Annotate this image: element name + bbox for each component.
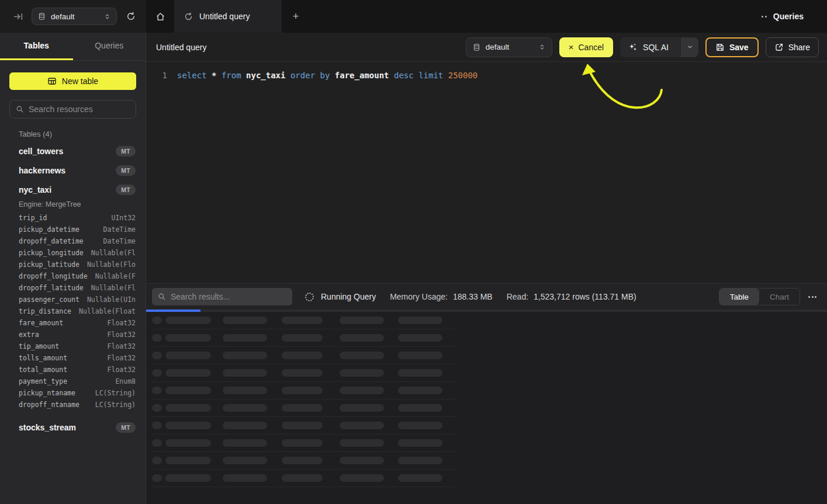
results-menu-button[interactable]	[807, 294, 818, 300]
column-row[interactable]: pickup_ntanameLC(String)	[0, 387, 146, 399]
skeleton-cell	[152, 387, 162, 394]
database-selector-toolbar[interactable]: default	[466, 37, 552, 57]
sql-token: 250000	[448, 71, 478, 80]
sidebar: Tables Queries New table Tables (4) cell…	[0, 33, 146, 504]
sql-token: select	[177, 71, 207, 80]
view-toggle-table[interactable]: Table	[719, 289, 759, 305]
column-row[interactable]: dropoff_longitudeNullable(F	[0, 270, 146, 282]
skeleton-cell	[398, 422, 442, 429]
skeleton-cell	[398, 334, 442, 342]
tab-untitled-query[interactable]: Untitled query	[174, 0, 282, 33]
column-name: total_amount	[19, 366, 67, 374]
skeleton-cell	[165, 387, 211, 394]
column-type: Nullable(Fl	[91, 284, 136, 292]
column-row[interactable]: pickup_latitudeNullable(Flo	[0, 259, 146, 270]
table-engine-label: Engine: MergeTree	[0, 199, 146, 211]
table-row[interactable]: hackernewsMT	[0, 161, 146, 180]
sidebar-tab-label: Tables	[24, 41, 49, 50]
skeleton-cell	[282, 387, 323, 394]
column-row[interactable]: trip_idUInt32	[0, 212, 146, 224]
skeleton-cell	[340, 439, 384, 447]
skeleton-cell	[398, 369, 442, 377]
skeleton-cell	[340, 317, 384, 324]
column-type: Nullable(Float	[79, 307, 136, 315]
skeleton-cell	[165, 334, 211, 342]
column-row[interactable]: dropoff_datetimeDateTime	[0, 235, 146, 247]
column-row[interactable]: tolls_amountFloat32	[0, 352, 146, 364]
sidebar-tab-label: Queries	[95, 41, 123, 50]
column-row[interactable]: pickup_longitudeNullable(Fl	[0, 247, 146, 259]
close-icon: ×	[569, 43, 574, 51]
new-table-button[interactable]: New table	[9, 72, 136, 90]
sql-token: limit	[418, 71, 443, 80]
column-name: dropoff_datetime	[19, 237, 84, 245]
tab-label: Untitled query	[199, 12, 250, 21]
resource-search-input[interactable]	[29, 105, 134, 114]
sidebar-tab-queries[interactable]: Queries	[73, 33, 146, 60]
top-bar-left: default	[0, 0, 146, 33]
skeleton-cell	[398, 387, 442, 394]
table-name: nyc_taxi	[19, 185, 51, 194]
share-button[interactable]: Share	[766, 37, 819, 57]
table-row[interactable]: cell_towersMT	[0, 141, 146, 161]
column-list: trip_idUInt32pickup_datetimeDateTimedrop…	[0, 212, 146, 411]
collapse-sidebar-button[interactable]	[12, 10, 25, 23]
skeleton-cell	[152, 439, 162, 447]
skeleton-cell	[340, 457, 384, 464]
new-tab-button[interactable]: +	[282, 0, 310, 33]
results-search-input[interactable]	[171, 292, 286, 301]
column-row[interactable]: passenger_countNullable(UIn	[0, 294, 146, 305]
column-type: Float32	[108, 366, 136, 374]
skeleton-cell	[223, 422, 267, 429]
sync-icon	[184, 12, 193, 21]
sql-token: from	[222, 71, 241, 80]
column-row[interactable]: fare_amountFloat32	[0, 317, 146, 329]
sparkles-icon	[628, 43, 638, 52]
skeleton-cell	[223, 387, 267, 394]
column-name: trip_id	[19, 214, 47, 222]
column-name: pickup_ntaname	[19, 389, 75, 397]
column-type: Enum8	[115, 377, 136, 385]
cancel-button[interactable]: × Cancel	[559, 37, 613, 57]
skeleton-cell	[340, 474, 384, 482]
search-icon	[158, 293, 166, 301]
column-row[interactable]: trip_distanceNullable(Float	[0, 305, 146, 317]
column-row[interactable]: total_amountFloat32	[0, 364, 146, 376]
skeleton-cell	[223, 457, 267, 464]
skeleton-cell	[165, 457, 211, 464]
sql-editor[interactable]: 1 select * from nyc_taxi order by fare_a…	[146, 62, 827, 283]
skeleton-cell	[152, 317, 162, 324]
skeleton-row	[152, 347, 458, 364]
column-row[interactable]: extraFloat32	[0, 329, 146, 340]
engine-badge: MT	[116, 185, 136, 195]
column-row[interactable]: dropoff_ntanameLC(String)	[0, 399, 146, 411]
sql-token	[330, 71, 334, 80]
column-row[interactable]: tip_amountFloat32	[0, 340, 146, 352]
column-row[interactable]: dropoff_latitudeNullable(Fl	[0, 282, 146, 294]
home-tab[interactable]	[146, 0, 174, 33]
resource-search[interactable]	[9, 100, 136, 119]
sidebar-tab-tables[interactable]: Tables	[0, 33, 73, 60]
table-row[interactable]: stocks_streamMT	[0, 418, 146, 437]
sql-ai-button[interactable]: SQL AI	[620, 37, 698, 57]
view-toggle-chart[interactable]: Chart	[759, 289, 800, 305]
sql-ai-dropdown[interactable]	[681, 37, 698, 57]
refresh-button[interactable]	[124, 9, 138, 23]
table-row[interactable]: nyc_taxiMT	[0, 180, 146, 199]
table-name: stocks_stream	[19, 423, 76, 432]
database-selector-topbar[interactable]: default	[32, 8, 117, 25]
column-type: Float32	[108, 319, 136, 327]
engine-badge: MT	[116, 422, 136, 433]
sql-token	[207, 71, 212, 80]
save-button[interactable]: Save	[705, 37, 759, 57]
column-row[interactable]: pickup_datetimeDateTime	[0, 224, 146, 235]
queries-link[interactable]: Queries	[773, 12, 804, 21]
skeleton-row	[152, 417, 458, 435]
sql-token: by	[320, 71, 330, 80]
chevron-down-icon	[687, 44, 693, 50]
sql-token: nyc_taxi	[246, 71, 285, 80]
skeleton-cell	[152, 457, 162, 464]
column-row[interactable]: payment_typeEnum8	[0, 376, 146, 387]
query-toolbar: Untitled query default × Cancel SQL AI	[146, 33, 827, 62]
results-search[interactable]	[152, 288, 292, 305]
